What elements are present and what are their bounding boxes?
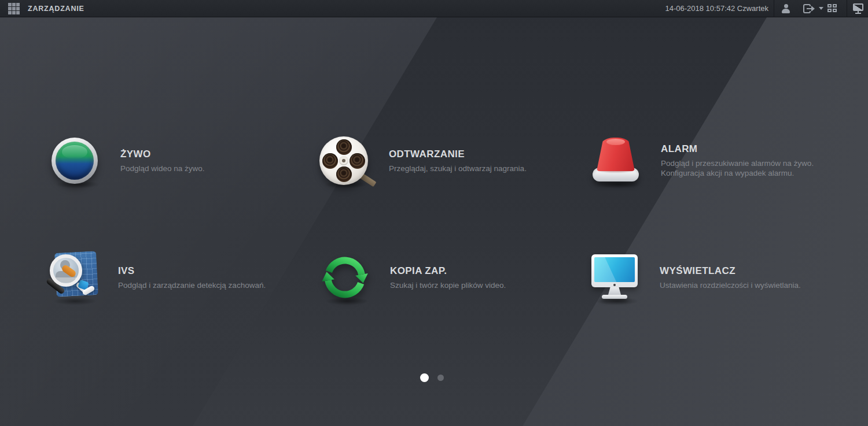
menu-item-desc: Ustawienia rozdzielczości i wyświetlania…: [660, 280, 868, 290]
menu-item-backup[interactable]: KOPIA ZAP. Szukaj i twórz kopie plików v…: [321, 251, 633, 304]
main-menu-grid-icon[interactable]: [8, 3, 20, 14]
menu-item-display[interactable]: WYŚWIETLACZ Ustawienia rozdzielczości i …: [590, 251, 868, 304]
display-output-icon[interactable]: [853, 3, 863, 14]
siren-icon: [591, 134, 640, 187]
background-sheen: [0, 0, 868, 426]
menu-item-ivs[interactable]: IVS Podgląd i zarządzanie detekcją zacho…: [49, 251, 361, 304]
menu-item-playback[interactable]: ODTWARZANIE Przeglądaj, szukaj i odtwarz…: [319, 134, 632, 187]
monitor-icon: [590, 251, 639, 304]
page-title: ZARZĄDZANIE: [28, 0, 84, 17]
menu-item-title: ALARM: [661, 143, 868, 155]
page-dot-active[interactable]: [420, 373, 429, 382]
menu-item-live[interactable]: ŻYWO Podgląd wideo na żywo.: [51, 134, 363, 187]
qr-code-icon[interactable]: [827, 4, 837, 13]
menu-item-title: WYŚWIETLACZ: [660, 265, 868, 277]
topbar-divider: [774, 0, 774, 17]
top-bar: ZARZĄDZANIE 14-06-2018 10:57:42 Czwartek: [0, 0, 868, 17]
menu-item-desc: Konfiguracja akcji na wypadek alarmu.: [661, 168, 868, 178]
backup-sync-icon: [321, 251, 369, 304]
menu-item-text: ALARM Podgląd i przeszukiwanie alarmów n…: [661, 143, 868, 178]
menu-item-desc: Podgląd i przeszukiwanie alarmów na żywo…: [661, 158, 868, 168]
live-button-icon: [51, 134, 100, 187]
menu-item-text: WYŚWIETLACZ Ustawienia rozdzielczości i …: [660, 265, 868, 290]
pagination: [0, 373, 868, 384]
menu-item-alarm[interactable]: ALARM Podgląd i przeszukiwanie alarmów n…: [591, 134, 868, 187]
logout-caret-icon[interactable]: [819, 7, 823, 10]
behavior-search-icon: [49, 251, 97, 304]
datetime-display: 14-06-2018 10:57:42 Czwartek: [665, 0, 768, 17]
topbar-divider: [847, 0, 847, 17]
background: [0, 0, 868, 426]
film-reel-icon: [319, 134, 368, 187]
logout-icon[interactable]: [803, 4, 816, 13]
user-icon[interactable]: [781, 4, 790, 13]
page-dot-inactive[interactable]: [437, 375, 444, 381]
